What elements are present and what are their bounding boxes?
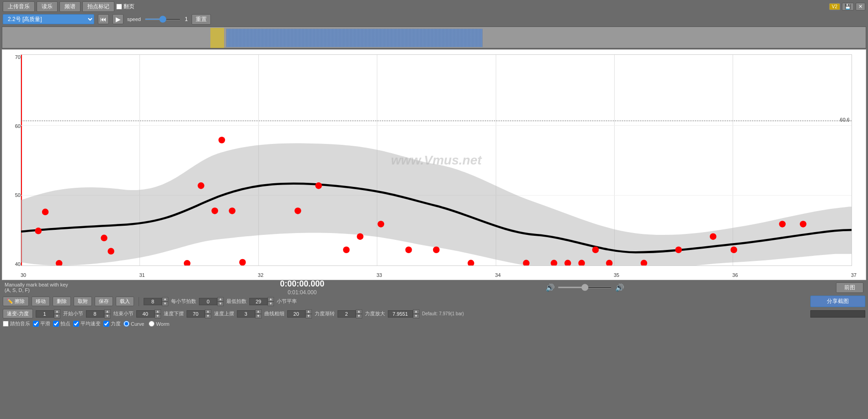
spectrum-button[interactable]: 频谱 xyxy=(59,1,80,12)
window-input[interactable] xyxy=(388,310,413,318)
up-down[interactable]: ▼ xyxy=(205,314,211,318)
speed-slider[interactable] xyxy=(145,18,181,20)
beats-per-bar-spinner[interactable]: ▲ ▼ xyxy=(162,297,168,306)
smooth-music-checkbox[interactable] xyxy=(3,321,9,327)
share-btn-area: 分享截图 xyxy=(810,296,865,307)
transition-down[interactable]: ▼ xyxy=(305,314,312,318)
window-down[interactable]: ▼ xyxy=(413,314,419,318)
avg-checkbox[interactable] xyxy=(73,321,79,327)
track-select[interactable]: 2.2号 [高质量] xyxy=(3,14,94,24)
move-button[interactable]: 移动 xyxy=(32,297,50,306)
total-time: 0:01:04.000 xyxy=(280,289,324,296)
start-bar-group: ▲ ▼ xyxy=(36,309,60,318)
down-down[interactable]: ▼ xyxy=(155,314,161,318)
end-bar-up[interactable]: ▲ xyxy=(104,309,111,314)
curve-thickness-input[interactable] xyxy=(237,310,255,318)
max-spinner[interactable]: ▲ ▼ xyxy=(356,309,362,318)
x-label-36: 36 xyxy=(732,272,738,278)
reset-button[interactable]: 重置 xyxy=(192,14,211,25)
max-input[interactable] xyxy=(338,310,356,318)
beat-mark-button[interactable]: 拍点标记 xyxy=(82,1,114,12)
beats-per-bar-down[interactable]: ▼ xyxy=(162,302,168,306)
eraser-button[interactable]: ✏️ 擦除 xyxy=(3,297,29,306)
start-bar-down[interactable]: ▼ xyxy=(54,314,60,318)
curve-radio[interactable] xyxy=(123,321,129,327)
upload-music-button[interactable]: 上传音乐 xyxy=(3,1,35,12)
save-icon-button[interactable]: 💾 xyxy=(842,3,854,11)
small-bar-up[interactable]: ▲ xyxy=(268,297,274,302)
dot xyxy=(184,260,191,266)
min-pitch-down[interactable]: ▼ xyxy=(217,302,224,306)
chart-plot[interactable]: 60.6 www.Vmus.net xyxy=(21,54,852,266)
start-bar-input[interactable] xyxy=(36,310,54,318)
dot xyxy=(357,233,364,240)
down-label: 速度下摆 xyxy=(164,310,184,317)
window-spinner[interactable]: ▲ ▼ xyxy=(413,309,419,318)
curve-radio-label: Curve xyxy=(123,321,144,327)
waveform-area[interactable] xyxy=(2,27,866,48)
flip-page-checkbox[interactable] xyxy=(116,4,122,10)
curve-mode-group: Curve Worm xyxy=(123,321,169,327)
read-button[interactable]: 读乐 xyxy=(37,1,58,12)
beats-per-bar-input[interactable] xyxy=(144,298,162,305)
down-input[interactable] xyxy=(136,310,155,318)
share-screenshot-button[interactable]: 分享截图 xyxy=(810,296,865,307)
save-button[interactable]: 保存 xyxy=(95,297,113,306)
transition-spinner[interactable]: ▲ ▼ xyxy=(305,309,312,318)
transition-up[interactable]: ▲ xyxy=(305,309,312,314)
min-pitch-up[interactable]: ▲ xyxy=(217,297,224,302)
status-bar: Manually mark beat with key (A, S, D, F)… xyxy=(0,281,868,294)
node-checkbox[interactable] xyxy=(53,321,59,327)
start-bar-spinner[interactable]: ▲ ▼ xyxy=(54,309,60,318)
window-up[interactable]: ▲ xyxy=(413,309,419,314)
min-pitch-input[interactable] xyxy=(199,298,217,305)
delete-button[interactable]: 删除 xyxy=(53,297,71,306)
mode-button[interactable]: 速变-力度 xyxy=(3,309,33,318)
smooth-music-label: 踏拍音乐 xyxy=(3,320,30,327)
down-spinner[interactable]: ▲ ▼ xyxy=(155,309,161,318)
settings-icon-button[interactable]: ✕ xyxy=(856,3,865,11)
load-button[interactable]: 载入 xyxy=(116,297,134,306)
end-bar-input[interactable] xyxy=(86,310,104,318)
y-label-60: 60 xyxy=(15,123,21,129)
up-group: ▲ ▼ xyxy=(187,309,211,318)
up-input[interactable] xyxy=(187,310,205,318)
play-button[interactable]: ▶ xyxy=(113,14,123,24)
max-up[interactable]: ▲ xyxy=(356,309,362,314)
beats-per-bar-up[interactable]: ▲ xyxy=(162,297,168,302)
prev-button[interactable]: 前图 xyxy=(836,282,863,293)
smooth-checkbox[interactable] xyxy=(33,321,39,327)
default-text: Default: 7.979(1 bar) xyxy=(422,311,464,316)
status-hint: Manually mark beat with key (A, S, D, F) xyxy=(5,282,68,293)
volume-slider[interactable] xyxy=(557,286,612,288)
curve-thickness-spinner[interactable]: ▲ ▼ xyxy=(255,309,262,318)
min-pitch-spinner[interactable]: ▲ ▼ xyxy=(217,297,224,306)
small-bar-spinner[interactable]: ▲ ▼ xyxy=(268,297,274,306)
prev-btn-area: 前图 xyxy=(836,282,863,293)
current-time: 0:00:00.000 xyxy=(280,279,324,289)
dot xyxy=(800,221,807,228)
up-up[interactable]: ▲ xyxy=(205,309,211,314)
small-bar-down[interactable]: ▼ xyxy=(268,302,274,306)
max-down[interactable]: ▼ xyxy=(356,314,362,318)
dot xyxy=(315,182,322,189)
small-bar-input[interactable] xyxy=(249,298,268,305)
worm-radio[interactable] xyxy=(149,321,155,327)
small-bar-group: ▲ ▼ xyxy=(249,297,274,306)
curve-thickness-up[interactable]: ▲ xyxy=(255,309,262,314)
rewind-button[interactable]: ⏮ xyxy=(98,14,109,24)
ctrl-row-2: 速变-力度 ▲ ▼ 开始小节 ▲ ▼ 结束小节 ▲ ▼ 速 xyxy=(3,309,865,318)
up-spinner[interactable]: ▲ ▼ xyxy=(205,309,211,318)
down-up[interactable]: ▲ xyxy=(155,309,161,314)
start-bar-up[interactable]: ▲ xyxy=(54,309,60,314)
y-label-50: 50 xyxy=(15,192,21,198)
ctrl-row-1: ✏️ 擦除 移动 删除 取附 保存 载入 ▲ ▼ 每小节拍数 ▲ ▼ 最低 xyxy=(3,296,865,307)
end-bar-spinner[interactable]: ▲ ▼ xyxy=(104,309,111,318)
end-bar-down[interactable]: ▼ xyxy=(104,314,111,318)
force-checkbox[interactable] xyxy=(103,321,109,327)
right-color-swatch xyxy=(810,310,865,318)
curve-thickness-down[interactable]: ▼ xyxy=(255,314,262,318)
take-button[interactable]: 取附 xyxy=(74,297,92,306)
y-label-70: 70 xyxy=(15,54,21,60)
transition-input[interactable] xyxy=(287,310,305,318)
